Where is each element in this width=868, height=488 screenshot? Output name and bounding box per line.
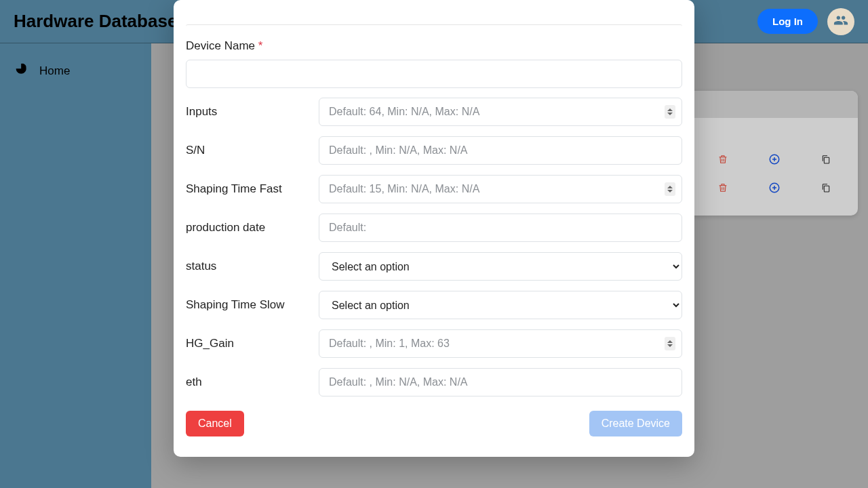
shaping-slow-select[interactable]: Select an option bbox=[319, 291, 682, 319]
prod-date-input[interactable] bbox=[319, 214, 682, 242]
inputs-input[interactable] bbox=[319, 98, 682, 126]
required-asterisk: * bbox=[258, 39, 263, 52]
modal-divider bbox=[186, 24, 682, 28]
form-row-eth: eth bbox=[186, 368, 682, 396]
form-row-shaping-slow: Shaping Time Slow Select an option bbox=[186, 291, 682, 319]
form-group-device-name: Device Name * bbox=[186, 39, 682, 88]
form-row-inputs: Inputs bbox=[186, 98, 682, 126]
status-select[interactable]: Select an option bbox=[319, 252, 682, 281]
shaping-slow-label: Shaping Time Slow bbox=[186, 298, 319, 312]
device-name-label-text: Device Name bbox=[186, 39, 255, 52]
form-row-status: status Select an option bbox=[186, 252, 682, 281]
shaping-fast-input[interactable] bbox=[319, 175, 682, 203]
inputs-label: Inputs bbox=[186, 105, 319, 119]
sn-input[interactable] bbox=[319, 136, 682, 165]
create-device-modal: Device Name * Inputs S/N Shaping Time Fa… bbox=[174, 0, 694, 457]
form-row-hg-gain: HG_Gain bbox=[186, 329, 682, 358]
eth-label: eth bbox=[186, 375, 319, 389]
create-device-button[interactable]: Create Device bbox=[589, 411, 682, 436]
form-row-sn: S/N bbox=[186, 136, 682, 165]
shaping-fast-label: Shaping Time Fast bbox=[186, 182, 319, 196]
modal-footer: Cancel Create Device bbox=[186, 407, 682, 436]
hg-gain-input[interactable] bbox=[319, 329, 682, 358]
form: Device Name * Inputs S/N Shaping Time Fa… bbox=[186, 24, 682, 436]
hg-gain-label: HG_Gain bbox=[186, 337, 319, 350]
cancel-button[interactable]: Cancel bbox=[186, 411, 244, 436]
device-name-label: Device Name * bbox=[186, 39, 682, 53]
device-name-input[interactable] bbox=[186, 60, 682, 88]
sn-label: S/N bbox=[186, 144, 319, 157]
status-label: status bbox=[186, 260, 319, 273]
form-row-shaping-fast: Shaping Time Fast bbox=[186, 175, 682, 203]
form-row-prod-date: production date bbox=[186, 214, 682, 242]
eth-input[interactable] bbox=[319, 368, 682, 396]
prod-date-label: production date bbox=[186, 221, 319, 235]
